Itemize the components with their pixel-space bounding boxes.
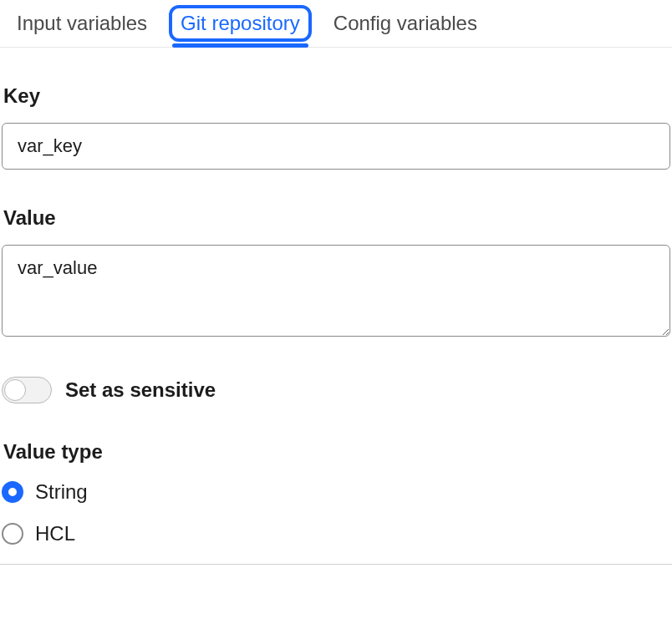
divider <box>0 564 672 565</box>
radio-label: HCL <box>35 522 75 545</box>
variable-form: Key Value var_value Set as sensitive Val… <box>0 84 672 545</box>
tab-config-variables[interactable]: Config variables <box>333 12 477 47</box>
tab-git-repository[interactable]: Git repository <box>181 12 300 47</box>
value-label: Value <box>2 206 670 230</box>
tab-label: Git repository <box>181 12 300 34</box>
sensitive-label: Set as sensitive <box>65 378 216 402</box>
tab-input-variables[interactable]: Input variables <box>17 12 147 47</box>
value-type-radio-group: String HCL <box>2 480 670 545</box>
radio-label: String <box>35 480 88 504</box>
radio-icon <box>2 481 23 503</box>
toggle-knob-icon <box>4 379 26 401</box>
value-field: Value var_value <box>2 206 670 340</box>
key-field: Key <box>2 84 670 170</box>
sensitive-toggle[interactable] <box>2 377 52 403</box>
radio-icon <box>2 523 23 545</box>
radio-option-hcl[interactable]: HCL <box>2 522 670 545</box>
value-textarea[interactable]: var_value <box>2 245 670 337</box>
key-label: Key <box>2 84 670 108</box>
key-input[interactable] <box>2 123 670 170</box>
sensitive-toggle-row: Set as sensitive <box>2 377 670 403</box>
tabs: Input variables Git repository Config va… <box>0 0 672 48</box>
value-type-field: Value type String HCL <box>2 440 670 545</box>
radio-option-string[interactable]: String <box>2 480 670 504</box>
value-type-label: Value type <box>2 440 670 464</box>
